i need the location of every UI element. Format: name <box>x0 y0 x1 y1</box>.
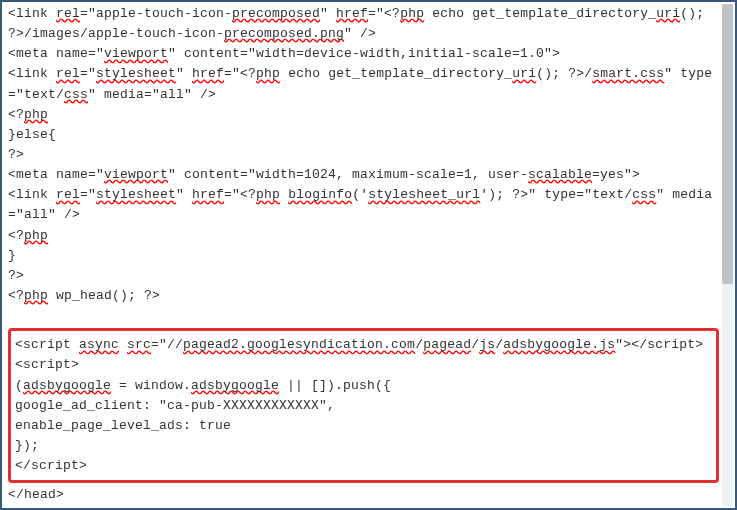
code-line: <link rel="stylesheet" href="<?php blogi… <box>8 185 719 225</box>
code-area[interactable]: <link rel="apple-touch-icon-precomposed"… <box>8 4 719 506</box>
code-line: <?php <box>8 105 719 125</box>
code-line: <meta name="viewport" content="width=102… <box>8 165 719 185</box>
code-line: ?> <box>8 266 719 286</box>
code-line: </script> <box>15 456 712 476</box>
code-line: <script async src="//pagead2.googlesyndi… <box>15 335 712 355</box>
code-line: <link rel="stylesheet" href="<?php echo … <box>8 64 719 104</box>
code-line: <?php <box>8 226 719 246</box>
code-line: </head> <box>8 485 719 505</box>
code-line: google_ad_client: "ca-pub-XXXXXXXXXXXX", <box>15 396 712 416</box>
code-line: enable_page_level_ads: true <box>15 416 712 436</box>
code-line: <link rel="apple-touch-icon-precomposed"… <box>8 4 719 44</box>
code-line <box>8 306 719 326</box>
code-editor-frame: <link rel="apple-touch-icon-precomposed"… <box>0 0 737 510</box>
code-line: }else{ <box>8 125 719 145</box>
code-line: }); <box>15 436 712 456</box>
code-line: } <box>8 246 719 266</box>
scrollbar-track[interactable] <box>722 4 733 506</box>
code-line: <meta name="viewport" content="width=dev… <box>8 44 719 64</box>
scrollbar-thumb[interactable] <box>722 4 733 284</box>
code-line: <script> <box>15 355 712 375</box>
code-line: <?php wp_head(); ?> <box>8 286 719 306</box>
code-line: ?> <box>8 145 719 165</box>
highlighted-code-block: <script async src="//pagead2.googlesyndi… <box>8 328 719 483</box>
code-line: (adsbygoogle = window.adsbygoogle || [])… <box>15 376 712 396</box>
code-line <box>8 505 719 506</box>
